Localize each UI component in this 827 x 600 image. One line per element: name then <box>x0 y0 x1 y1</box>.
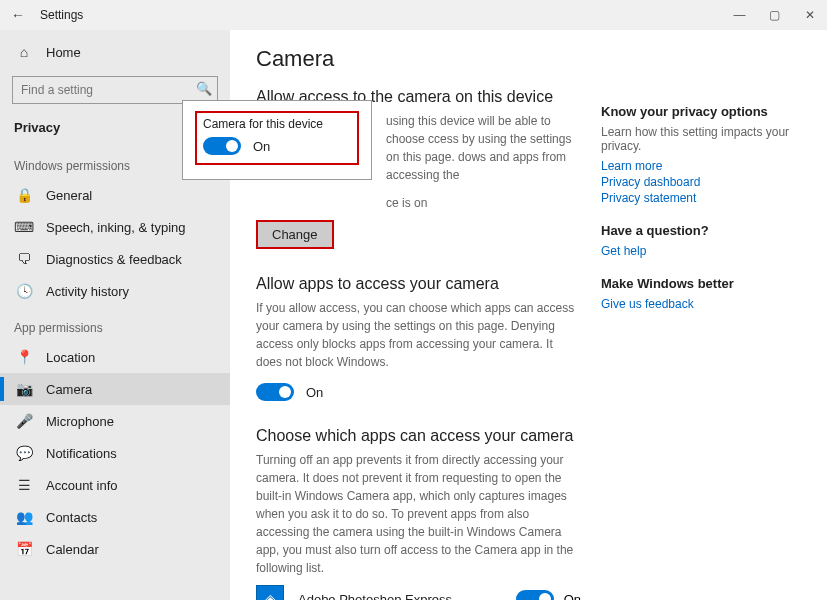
titlebar: ← Settings ― ▢ ✕ <box>0 0 827 30</box>
sidebar-item-calendar[interactable]: 📅Calendar <box>0 533 230 565</box>
app-row-photoshop: ◈ Adobe Photoshop Express On <box>256 577 581 600</box>
change-button[interactable]: Change <box>256 220 334 249</box>
sidebar-item-label: Calendar <box>46 542 99 557</box>
calendar-icon: 📅 <box>14 541 34 557</box>
sidebar-item-label: Activity history <box>46 284 129 299</box>
popup-title: Camera for this device <box>203 117 351 131</box>
microphone-icon: 🎤 <box>14 413 34 429</box>
sidebar-item-label: Microphone <box>46 414 114 429</box>
sidebar-item-label: Contacts <box>46 510 97 525</box>
link-get-help[interactable]: Get help <box>601 244 801 258</box>
search-icon: 🔍 <box>196 81 212 96</box>
sidebar-item-label: Speech, inking, & typing <box>46 220 185 235</box>
link-give-feedback[interactable]: Give us feedback <box>601 297 801 311</box>
home-icon: ⌂ <box>14 44 34 60</box>
allow-apps-state: On <box>306 385 323 400</box>
sidebar-item-label: Camera <box>46 382 92 397</box>
camera-device-toggle[interactable] <box>203 137 241 155</box>
camera-device-popup: Camera for this device On <box>182 100 372 180</box>
group-app-permissions: App permissions <box>0 307 230 341</box>
sidebar-item-microphone[interactable]: 🎤Microphone <box>0 405 230 437</box>
keyboard-icon: ⌨ <box>14 219 34 235</box>
notifications-icon: 💬 <box>14 445 34 461</box>
section-choose-apps-body: Turning off an app prevents it from dire… <box>256 451 581 577</box>
device-access-status: ce is on <box>256 194 581 212</box>
link-learn-more[interactable]: Learn more <box>601 159 801 173</box>
sidebar-item-label: General <box>46 188 92 203</box>
sidebar-item-account-info[interactable]: ☰Account info <box>0 469 230 501</box>
sidebar-item-notifications[interactable]: 💬Notifications <box>0 437 230 469</box>
sidebar-item-camera[interactable]: 📷Camera <box>0 373 230 405</box>
account-icon: ☰ <box>14 477 34 493</box>
link-privacy-dashboard[interactable]: Privacy dashboard <box>601 175 801 189</box>
sidebar-home[interactable]: ⌂ Home <box>0 36 230 68</box>
close-button[interactable]: ✕ <box>792 0 827 30</box>
lock-icon: 🔒 <box>14 187 34 203</box>
history-icon: 🕓 <box>14 283 34 299</box>
sidebar-item-label: Account info <box>46 478 118 493</box>
sidebar-item-speech[interactable]: ⌨Speech, inking, & typing <box>0 211 230 243</box>
feedback-icon: 🗨 <box>14 251 34 267</box>
aside-privacy-body: Learn how this setting impacts your priv… <box>601 125 801 153</box>
back-button[interactable]: ← <box>6 7 30 23</box>
photoshop-icon: ◈ <box>256 585 284 600</box>
minimize-button[interactable]: ― <box>722 0 757 30</box>
location-icon: 📍 <box>14 349 34 365</box>
sidebar-item-general[interactable]: 🔒General <box>0 179 230 211</box>
app-toggle-photoshop[interactable] <box>516 590 554 600</box>
camera-device-state: On <box>253 139 270 154</box>
sidebar-item-label: Notifications <box>46 446 117 461</box>
aside-feedback-title: Make Windows better <box>601 276 801 291</box>
link-privacy-statement[interactable]: Privacy statement <box>601 191 801 205</box>
app-state: On <box>564 592 581 601</box>
sidebar-item-contacts[interactable]: 👥Contacts <box>0 501 230 533</box>
aside-privacy-title: Know your privacy options <box>601 104 801 119</box>
sidebar-item-label: Diagnostics & feedback <box>46 252 182 267</box>
aside: Know your privacy options Learn how this… <box>601 46 801 600</box>
sidebar-item-label: Location <box>46 350 95 365</box>
section-allow-apps-title: Allow apps to access your camera <box>256 275 581 293</box>
section-choose-apps-title: Choose which apps can access your camera <box>256 427 581 445</box>
allow-apps-toggle-row: On <box>256 383 581 401</box>
page-title: Camera <box>256 46 581 72</box>
aside-question-title: Have a question? <box>601 223 801 238</box>
maximize-button[interactable]: ▢ <box>757 0 792 30</box>
window-controls: ― ▢ ✕ <box>722 0 827 30</box>
sidebar-item-diagnostics[interactable]: 🗨Diagnostics & feedback <box>0 243 230 275</box>
sidebar-home-label: Home <box>46 45 81 60</box>
app-title: Settings <box>40 8 83 22</box>
sidebar-item-location[interactable]: 📍Location <box>0 341 230 373</box>
app-name: Adobe Photoshop Express <box>298 592 516 601</box>
sidebar-item-activity[interactable]: 🕓Activity history <box>0 275 230 307</box>
contacts-icon: 👥 <box>14 509 34 525</box>
section-allow-apps-body: If you allow access, you can choose whic… <box>256 299 581 371</box>
allow-apps-toggle[interactable] <box>256 383 294 401</box>
camera-icon: 📷 <box>14 381 34 397</box>
